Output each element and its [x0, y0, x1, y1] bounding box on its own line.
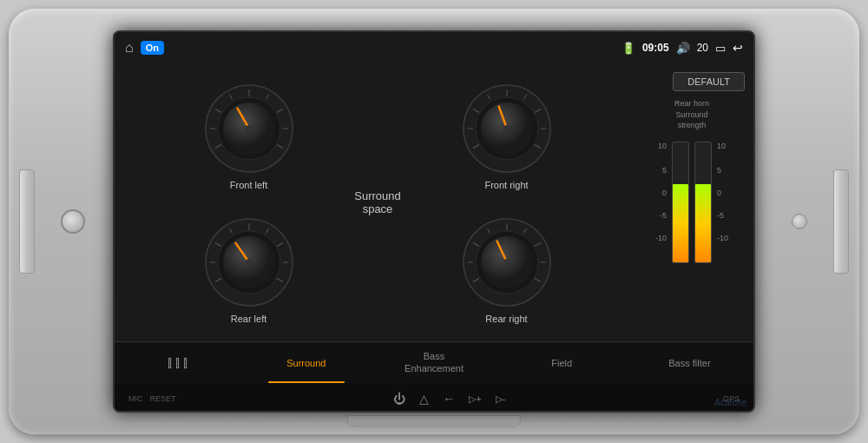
knobs-area: Surround space — [123, 72, 632, 333]
volume-icon: 🔊 — [676, 42, 690, 55]
knob-rear-left[interactable]: 0 20 40 60 80 — [123, 206, 374, 333]
app-button[interactable]: On — [141, 41, 164, 55]
left-circle-decoration — [61, 209, 85, 234]
sys-back-icon[interactable]: ← — [443, 392, 455, 406]
svg-point-56 — [246, 259, 253, 266]
meter-labels-left: 10 5 0 -5 -10 — [655, 142, 667, 242]
meter-bar-left — [672, 142, 689, 263]
meter-fill-right — [695, 184, 711, 262]
meter-container: 10 5 0 -5 -10 — [655, 142, 728, 263]
bottom-bracket — [347, 415, 521, 427]
sys-group-controls: ⏻ △ ← ▷+ ▷- — [393, 392, 505, 406]
gps-label: GPS — [723, 394, 740, 403]
back-icon[interactable]: ↩ — [733, 41, 743, 55]
meter-bar-right-wrapper — [694, 142, 712, 263]
main-screen: ⌂ On 🔋 09:05 🔊 20 ▭ ↩ Surround space — [113, 30, 755, 413]
status-bar: ⌂ On 🔋 09:05 🔊 20 ▭ ↩ — [115, 32, 753, 63]
front-left-label: Front left — [230, 180, 267, 190]
svg-point-37 — [503, 125, 510, 132]
meter-info: Rear horn Surround strength — [674, 98, 709, 131]
right-circle-decoration — [792, 214, 807, 229]
vol-down-icon[interactable]: ▷- — [496, 393, 506, 405]
tab-equalizer[interactable]: ⫿⫿⫿ — [115, 342, 242, 383]
knob-front-left[interactable]: 0 20 40 60 80 — [123, 72, 374, 199]
tab-surround[interactable]: Surround — [242, 342, 370, 383]
svg-point-18 — [246, 125, 253, 132]
meter-labels-right: 10 5 0 -5 -10 — [717, 142, 728, 242]
field-tab-label: Field — [551, 358, 572, 368]
sys-home-icon[interactable]: △ — [419, 392, 429, 406]
reset-label: RESET — [150, 394, 176, 403]
default-button[interactable]: DEFAULT — [673, 72, 745, 91]
rear-left-label: Rear left — [231, 314, 267, 324]
front-right-label: Front right — [484, 180, 528, 190]
knob-front-right[interactable]: 0 20 40 60 80 — [381, 72, 632, 199]
tab-field[interactable]: Field — [498, 342, 626, 383]
knob-dial-front-left: 0 20 40 60 80 — [201, 81, 297, 176]
volume-level: 20 — [697, 42, 708, 54]
knob-rear-right[interactable]: 0 20 40 60 80 — [381, 206, 632, 333]
tab-bass-enhancement[interactable]: BassEnhancement — [370, 342, 497, 383]
rear-right-label: Rear right — [485, 314, 527, 324]
main-content: Surround space — [115, 63, 753, 341]
battery-icon: 🔋 — [621, 42, 635, 55]
eq-icon: ⫿⫿⫿ — [167, 354, 190, 372]
surround-tab-label: Surround — [286, 358, 326, 368]
left-handle — [19, 169, 35, 274]
meter-bar-right — [694, 142, 712, 263]
car-frame: ⌂ On 🔋 09:05 🔊 20 ▭ ↩ Surround space — [9, 9, 859, 434]
tabs-bar: ⫿⫿⫿ Surround BassEnhancement Field Bass … — [115, 341, 753, 383]
svg-point-75 — [503, 259, 510, 266]
status-right: 🔋 09:05 🔊 20 ▭ ↩ — [621, 41, 743, 55]
meter-bar-left-wrapper — [672, 142, 689, 263]
time-display: 09:05 — [642, 42, 669, 54]
bass-enhancement-tab-label: BassEnhancement — [404, 351, 464, 374]
right-panel: DEFAULT Rear horn Surround strength 10 5… — [632, 72, 745, 333]
knob-dial-front-right: 0 20 40 60 80 — [459, 81, 555, 176]
sys-group-gps: GPS — [723, 394, 740, 403]
knob-dial-rear-left: 0 20 40 60 80 — [201, 215, 297, 310]
mic-label: MIC — [128, 394, 143, 403]
system-bar: MIC RESET ⏻ △ ← ▷+ ▷- GPS — [115, 383, 753, 413]
right-handle — [833, 169, 849, 274]
power-icon[interactable]: ⏻ — [393, 392, 405, 406]
window-icon[interactable]: ▭ — [715, 42, 726, 55]
knob-dial-rear-right: 0 20 40 60 80 — [459, 215, 555, 310]
vol-up-icon[interactable]: ▷+ — [469, 393, 481, 405]
status-left: ⌂ On — [125, 40, 164, 56]
home-icon[interactable]: ⌂ — [125, 40, 134, 56]
bass-filter-tab-label: Bass filter — [668, 358, 710, 368]
sys-group-mic: MIC RESET — [128, 394, 176, 403]
tab-bass-filter[interactable]: Bass filter — [626, 342, 753, 383]
meter-fill-left — [673, 184, 688, 262]
